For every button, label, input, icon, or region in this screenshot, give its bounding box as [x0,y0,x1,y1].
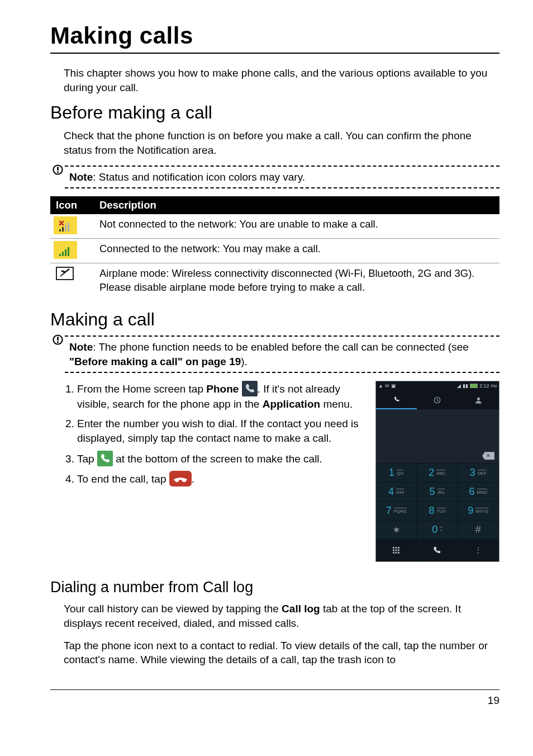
contacts-tab[interactable] [458,390,499,409]
dialpad-key-✶[interactable]: ✶ [376,520,417,539]
key-number: ✶ [392,524,401,536]
svg-rect-10 [68,247,69,256]
text: From the Home screen tap [77,383,206,395]
section-before-making-a-call: Before making a call [50,102,499,123]
svg-rect-8 [62,252,64,256]
key-letters: + [440,527,442,533]
table-row: Connected to the network: You may make a… [50,239,499,263]
page-number: 19 [50,694,499,707]
overflow-menu-button[interactable]: ⋮ [458,539,499,561]
note-body-part2: ). [241,356,248,367]
key-letters: JKL [437,489,445,495]
dialpad-key-8[interactable]: 8TUV [417,501,458,520]
note-text: Note: The phone function needs to be ena… [53,337,499,372]
dialpad-key-1[interactable]: 1QO [376,463,417,482]
key-number: 9 [468,505,473,517]
svg-point-16 [477,397,480,400]
text-bold: Call log [282,603,320,615]
svg-rect-19 [398,547,399,549]
section-making-a-call: Making a call [50,309,499,330]
key-letters: WXYZ [475,508,488,514]
note-block-1: Note: Status and notification icon color… [53,166,499,189]
table-row: Airplane mode: Wireless connectivity dis… [50,263,499,301]
page-title: Making calls [50,22,499,49]
table-row: Not connected to the network: You are un… [50,214,499,238]
warning-icon [53,164,63,175]
image-status-icon: ▣ [391,383,396,389]
dialpad-key-5[interactable]: 5JKL [417,482,458,501]
svg-rect-21 [396,550,397,551]
svg-rect-18 [396,547,397,549]
dialpad-key-4[interactable]: 4GHI [376,482,417,501]
dialpad-key-#[interactable]: # [458,520,499,539]
end-call-icon [169,471,192,486]
note-label: Note [69,171,93,183]
icon-description-table: Icon Description Not connected to the ne… [50,196,499,301]
dialpad-grid-button[interactable] [376,539,417,561]
note-block-2: Note: The phone function needs to be ena… [53,336,499,373]
svg-rect-13 [57,337,59,341]
battery-status-icon [470,384,478,388]
dialer-tab[interactable] [376,390,417,409]
dialpad-key-3[interactable]: 3DEF [458,463,499,482]
footer-rule [50,689,499,690]
signal-status-icon: ▮▮ [463,383,468,389]
call-action-button[interactable] [417,539,458,561]
key-letters: GHI [396,489,404,495]
table-cell-description: Connected to the network: You may make a… [94,239,499,263]
warning-status-icon: ▲ [378,383,383,389]
step-4: To end the call, tap . [77,471,365,487]
text: Your call history can be viewed by tappi… [64,603,282,615]
dialpad-key-2[interactable]: 2ABC [417,463,458,482]
table-header-description: Description [94,196,499,214]
airplane-mode-icon [54,266,77,284]
step-2: Enter the number you wish to dial. If th… [77,417,365,446]
dialpad-key-7[interactable]: 7PQRS [376,501,417,520]
note-body-part1: : The phone function needs to be enabled… [93,341,469,353]
intro-paragraph: This chapter shows you how to make phone… [50,66,499,94]
dialing-paragraph-2: Tap the phone icon next to a contact to … [50,639,499,667]
step-1: From the Home screen tap Phone . If it's… [77,381,365,412]
key-letters: DEF [478,470,487,476]
network-icon [54,241,77,259]
backspace-button[interactable]: ✕ [482,452,494,460]
svg-rect-7 [59,254,61,256]
call-log-tab[interactable] [417,390,458,409]
svg-rect-14 [57,341,59,343]
dialpad-key-0[interactable]: 0+ [417,520,458,539]
table-header-icon: Icon [50,196,94,214]
warning-icon [53,334,63,345]
key-number: 8 [429,505,434,517]
dash-rule [65,187,499,188]
svg-rect-1 [57,167,59,171]
key-letters: ABC [436,470,445,476]
key-letters: MNO [477,489,488,495]
no-network-icon [54,216,77,234]
text-bold: Phone [206,383,239,395]
clock-time: 2:12 [479,383,489,389]
note-text: Note: Status and notification icon color… [53,167,499,188]
status-bar: ▲ ✉ ▣ ◢ ▮▮ 2:12 PM [376,381,499,390]
text: To end the call, tap [77,473,169,485]
dialing-paragraph-1: Your call history can be viewed by tappi… [50,602,499,630]
key-number: 1 [389,467,394,479]
svg-rect-6 [68,223,69,231]
table-cell-description: Airplane mode: Wireless connectivity dis… [94,263,499,301]
phone-tabs [376,390,499,409]
dialpad-key-9[interactable]: 9WXYZ [458,501,499,520]
svg-rect-22 [398,550,399,551]
text: Tap [77,453,97,465]
key-number: 0 [432,524,437,536]
dialpad-key-6[interactable]: 6MNO [458,482,499,501]
wifi-status-icon: ◢ [457,383,461,389]
steps-list: From the Home screen tap Phone . If it's… [64,381,365,492]
before-paragraph: Check that the phone function is on befo… [50,129,499,157]
svg-rect-20 [393,550,394,551]
note-link: "Before making a call" on page 19 [69,356,241,367]
step-3: Tap at the bottom of the screen to make … [77,451,365,467]
phone-app-icon [242,381,258,396]
key-number: # [475,524,481,536]
svg-rect-9 [65,249,66,256]
clock-pm: PM [491,384,497,388]
phone-screenshot: ▲ ✉ ▣ ◢ ▮▮ 2:12 PM ✕ 1QO2ABC3DEF4GHI5JKL… [375,381,499,562]
